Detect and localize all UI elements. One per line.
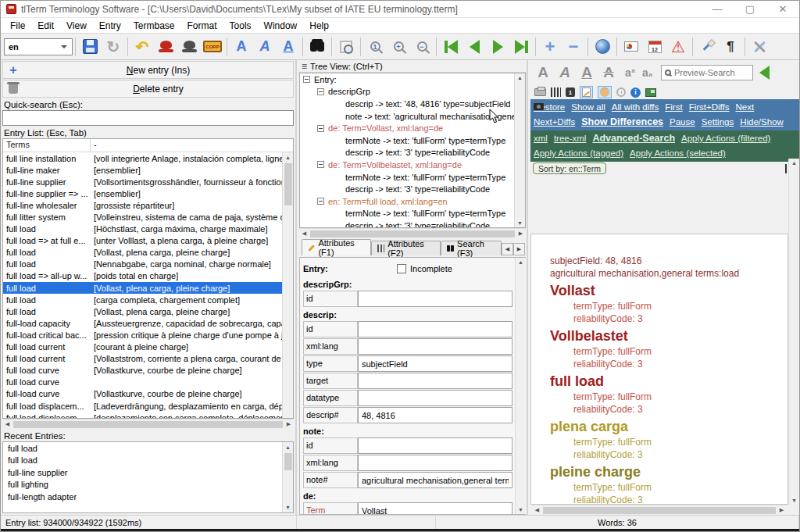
- entry-list[interactable]: full line installation [voll integrierte…: [3, 152, 293, 418]
- scroll-right-icon[interactable]: ▶: [516, 230, 526, 237]
- entry-row[interactable]: full litter system [Volleinstreu, sistem…: [3, 211, 293, 223]
- scroll-thumb[interactable]: [284, 163, 292, 205]
- entry-row[interactable]: full load [carga completa, chargement co…: [3, 294, 293, 305]
- entry-row[interactable]: full-line supplier [Vollsortimentsgrossh…: [3, 176, 293, 187]
- scroll-left-icon[interactable]: ◀: [2, 421, 12, 427]
- zoom-in-icon[interactable]: +: [387, 36, 410, 58]
- format-paint-icon[interactable]: [695, 36, 719, 58]
- italic-icon[interactable]: A: [555, 64, 575, 81]
- recent-entry-row[interactable]: full lighting: [3, 479, 293, 491]
- scroll-thumb[interactable]: [310, 230, 515, 237]
- entry-row[interactable]: full load displacem... [desplazamiento c…: [3, 412, 293, 418]
- history-icon[interactable]: [616, 87, 626, 97]
- entry-row[interactable]: full-load curve [Vollastkurve, courbe de…: [3, 388, 293, 400]
- tree-node[interactable]: Entry:: [300, 73, 525, 86]
- tree-node[interactable]: descrip -> text: '3' type=reliabilityCod…: [300, 220, 525, 228]
- tab-attributes-f2[interactable]: Attributes (F2): [371, 241, 441, 255]
- edit-mode-toggle[interactable]: [580, 86, 593, 98]
- scroll-thumb[interactable]: [284, 453, 292, 470]
- preview-link[interactable]: xml: [534, 132, 548, 145]
- new-entry-button[interactable]: + New entry (Ins): [2, 61, 294, 79]
- preview-link[interactable]: Apply Actions (tagged): [534, 147, 623, 160]
- preview-link[interactable]: Settings: [702, 116, 734, 129]
- scroll-down-icon[interactable]: ▼: [789, 498, 799, 503]
- user-view-toggle[interactable]: [598, 86, 612, 98]
- last-entry-icon[interactable]: [509, 36, 533, 58]
- scroll-down-icon[interactable]: ▼: [285, 502, 291, 512]
- tree-node[interactable]: termNote -> text: 'fullForm' type=termTy…: [300, 171, 525, 184]
- entry-list-vscrollbar[interactable]: ▲: [282, 152, 293, 418]
- statistics-icon[interactable]: [620, 36, 643, 58]
- find-icon[interactable]: [305, 36, 329, 58]
- tab-attributes-f1[interactable]: Attributes (F1): [302, 239, 371, 255]
- next-entry-icon[interactable]: [486, 36, 509, 58]
- attribute-input[interactable]: [358, 321, 512, 337]
- subscript-icon[interactable]: a: [638, 66, 653, 79]
- scroll-up-icon[interactable]: ▲: [515, 75, 525, 80]
- delete-entry-button[interactable]: Delete entry: [2, 80, 294, 98]
- single-view-icon[interactable]: 1: [566, 87, 575, 97]
- bold-icon[interactable]: A: [533, 64, 553, 81]
- expander-icon[interactable]: [303, 76, 310, 83]
- preview-link[interactable]: First+Diffs: [689, 101, 730, 114]
- preview-vscrollbar[interactable]: ▲ ▼: [788, 159, 799, 505]
- entry-row[interactable]: full-line maker [ensemblier]: [3, 164, 293, 176]
- incomplete-checkbox[interactable]: [397, 264, 406, 273]
- web-icon[interactable]: [591, 36, 614, 58]
- menu-item[interactable]: Entry: [93, 19, 127, 33]
- undo-icon[interactable]: ↶: [130, 36, 154, 58]
- preview-link[interactable]: All with diffs: [612, 101, 659, 114]
- columns-icon[interactable]: [551, 87, 561, 97]
- remove-icon[interactable]: −: [562, 36, 585, 58]
- maximize-button[interactable]: ▢: [734, 1, 766, 17]
- sort-by-button[interactable]: Sort by: en::Term: [533, 162, 606, 174]
- export-icon[interactable]: [645, 88, 656, 97]
- underline-icon[interactable]: A: [577, 64, 597, 81]
- menu-item[interactable]: File: [4, 19, 31, 33]
- attribute-input[interactable]: [358, 373, 512, 389]
- scroll-up-icon[interactable]: ▲: [516, 259, 526, 265]
- entry-row[interactable]: full load curve [Vollastkurve, courbe de…: [3, 365, 293, 377]
- add-icon[interactable]: +: [538, 36, 562, 58]
- entry-row[interactable]: full line installation [voll integrierte…: [3, 152, 293, 164]
- calendar-icon[interactable]: 12: [643, 36, 666, 58]
- recent-entry-row[interactable]: full load: [3, 442, 293, 455]
- tab-search-f3[interactable]: Search (F3): [441, 241, 502, 255]
- tree-view[interactable]: ▲ ▼ Entry: descripGrp descrip -> text: '…: [299, 73, 526, 228]
- pilcrow-icon[interactable]: ¶: [719, 36, 742, 58]
- tree-node[interactable]: termNote -> text: 'fullForm' type=termTy…: [300, 208, 525, 220]
- scroll-up-icon[interactable]: ▲: [285, 442, 291, 452]
- preview-link[interactable]: Next: [736, 101, 755, 114]
- previous-entry-icon[interactable]: [462, 36, 486, 58]
- search-entries-icon[interactable]: [334, 36, 358, 58]
- preview-link[interactable]: tree-xml: [554, 132, 587, 145]
- menu-item[interactable]: View: [60, 19, 93, 33]
- info-icon[interactable]: i: [630, 87, 641, 98]
- scroll-thumb[interactable]: [543, 507, 776, 514]
- scroll-left-icon[interactable]: ◀: [299, 230, 309, 237]
- attribute-input[interactable]: [358, 455, 512, 471]
- other-column-header[interactable]: -: [91, 139, 293, 152]
- zoom-out-icon[interactable]: −: [410, 36, 434, 58]
- scroll-left-icon[interactable]: ◀: [532, 507, 542, 513]
- entry-row[interactable]: full load [Höchstlast, carga máxima, cha…: [3, 223, 293, 235]
- preview-link[interactable]: Pause: [670, 116, 695, 129]
- menu-item[interactable]: Edit: [31, 19, 60, 33]
- entry-row[interactable]: full load [Vollast, plena carga, pleine …: [3, 247, 293, 259]
- recent-entry-row[interactable]: full load: [3, 455, 293, 467]
- entry-row[interactable]: full load current [courant à pleine char…: [3, 341, 293, 353]
- attribute-input[interactable]: [358, 502, 512, 515]
- print-icon[interactable]: [534, 88, 546, 96]
- tab-scroll-right-icon[interactable]: ▶: [513, 243, 525, 255]
- recent-entry-row[interactable]: full-line supplier: [3, 466, 293, 479]
- menu-item[interactable]: Help: [303, 19, 335, 33]
- stamp-dark-icon[interactable]: [177, 36, 201, 58]
- tree-node[interactable]: de: Term=Vollbelastet, xml:lang=de: [300, 159, 525, 171]
- entry-row[interactable]: full load current [Vollaststrom, corrien…: [3, 353, 293, 365]
- recent-entry-row[interactable]: full-length adapter: [3, 491, 293, 503]
- entry-row[interactable]: full load displacem... [Ladeverdrängung,…: [3, 400, 293, 412]
- menu-item[interactable]: Window: [258, 19, 304, 33]
- preview-link[interactable]: Next+Diffs: [534, 116, 575, 129]
- tab-scroll-left-icon[interactable]: ◀: [502, 243, 513, 255]
- tree-node[interactable]: descrip -> text: '3' type=reliabilityCod…: [300, 147, 525, 159]
